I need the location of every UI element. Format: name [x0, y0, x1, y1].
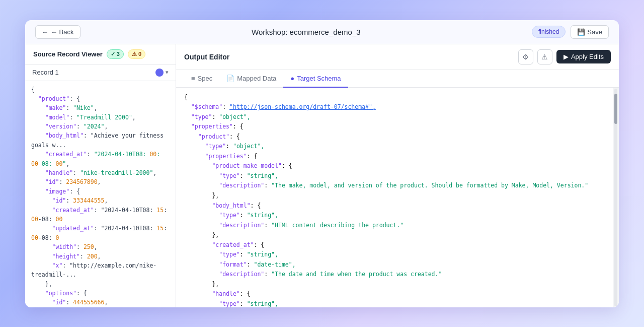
scrollbar-thumb — [614, 94, 617, 124]
main-container: ← ← Back Workshop: ecommerce_demo_3 fini… — [25, 20, 619, 307]
source-record-viewer-title: Source Record Viewer — [33, 50, 103, 58]
apply-edits-button[interactable]: ▶ Apply Edits — [556, 50, 611, 63]
target-schema-icon: ● — [290, 75, 294, 82]
content-area: Source Record Viewer ✓ 3 ⚠ 0 Record 1 ▾ … — [25, 44, 619, 307]
right-scrollbar[interactable] — [613, 88, 619, 307]
record-dot-icon — [155, 69, 164, 77]
chevron-down-icon[interactable]: ▾ — [166, 69, 169, 76]
target-schema-label: Target Schema — [297, 75, 341, 82]
play-icon: ▶ — [564, 53, 569, 60]
apply-edits-label: Apply Edits — [571, 53, 604, 60]
badge-green: ✓ 3 — [107, 49, 124, 59]
record-selector: Record 1 ▾ — [25, 64, 176, 81]
spec-tab-label: Spec — [198, 75, 213, 82]
badge-yellow: ⚠ 0 — [128, 49, 145, 59]
header: ← ← Back Workshop: ecommerce_demo_3 fini… — [25, 20, 619, 44]
right-header-actions: ⚙ ⚠ ▶ Apply Edits — [518, 49, 611, 64]
tab-spec[interactable]: ≡ Spec — [184, 70, 219, 88]
status-badge: finished — [532, 26, 566, 38]
warning-icon-button[interactable]: ⚠ — [537, 49, 552, 64]
output-editor-title: Output Editor — [184, 53, 229, 61]
record-label: Record 1 — [32, 69, 59, 76]
left-json-viewer: { "product": { "make": "Nike", "model": … — [25, 81, 176, 307]
tab-mapped-data[interactable]: 📄 Mapped Data — [219, 70, 283, 88]
right-scrollbar-area: { "$schema": "http://json-schema.org/dra… — [176, 88, 619, 307]
left-panel-header: Source Record Viewer ✓ 3 ⚠ 0 — [25, 44, 176, 64]
save-button[interactable]: 💾 Save — [571, 25, 609, 39]
right-json-viewer: { "$schema": "http://json-schema.org/dra… — [176, 88, 613, 307]
save-icon: 💾 — [577, 28, 585, 36]
back-arrow-icon: ← — [42, 28, 48, 36]
mapped-data-label: Mapped Data — [237, 75, 276, 82]
tab-target-schema[interactable]: ● Target Schema — [283, 70, 348, 88]
back-button[interactable]: ← ← Back — [35, 25, 80, 39]
save-label: Save — [587, 28, 602, 36]
tabs-bar: ≡ Spec 📄 Mapped Data ● Target Schema — [176, 70, 619, 88]
page-title: Workshop: ecommerce_demo_3 — [252, 28, 361, 36]
spec-tab-icon: ≡ — [191, 75, 195, 82]
scrollbar-track — [614, 89, 617, 306]
right-panel-header: Output Editor ⚙ ⚠ ▶ Apply Edits — [176, 44, 619, 70]
left-panel: Source Record Viewer ✓ 3 ⚠ 0 Record 1 ▾ … — [25, 44, 176, 307]
right-panel: Output Editor ⚙ ⚠ ▶ Apply Edits ≡ Spec — [176, 44, 619, 307]
back-label: ← Back — [51, 28, 74, 36]
mapped-data-icon: 📄 — [226, 75, 234, 82]
header-right: finished 💾 Save — [532, 25, 609, 39]
settings-icon-button[interactable]: ⚙ — [518, 49, 533, 64]
record-controls[interactable]: ▾ — [155, 69, 169, 77]
